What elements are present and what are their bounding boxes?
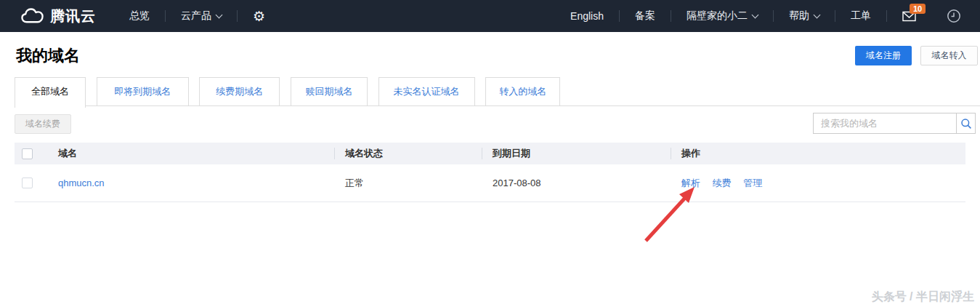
nav-account-menu[interactable]: 隔壁家的小二 <box>687 9 758 23</box>
table-row: qhmucn.cn 正常 2017-08-08 解析 续费 管理 <box>15 164 965 202</box>
nav-cloud-products-label: 云产品 <box>181 9 211 23</box>
history-button[interactable] <box>947 9 961 23</box>
nav-divider <box>835 10 835 22</box>
nav-divider <box>773 10 774 22</box>
nav-divider <box>237 10 238 22</box>
message-count-badge: 10 <box>910 4 926 14</box>
clock-icon <box>947 9 961 23</box>
tab-redemption-period-domains[interactable]: 赎回期域名 <box>291 77 368 106</box>
column-header-actions: 操作 <box>671 147 965 160</box>
tab-expiring-domains[interactable]: 即将到期域名 <box>97 77 189 106</box>
tab-unverified-domains[interactable]: 未实名认证域名 <box>378 77 475 106</box>
column-header-expiry: 到期日期 <box>482 147 671 160</box>
nav-divider <box>886 10 887 22</box>
chevron-down-icon <box>752 12 759 19</box>
domain-status: 正常 <box>334 177 482 190</box>
tab-transferred-in-domains[interactable]: 转入的域名 <box>485 77 560 106</box>
navbar-right: English 备案 隔壁家的小二 帮助 工单 10 <box>570 9 961 23</box>
page-title: 我的域名 <box>16 45 80 67</box>
toolbar: 域名续费 <box>0 107 980 143</box>
select-all-checkbox[interactable] <box>22 148 33 159</box>
row-actions: 解析 续费 管理 <box>671 177 965 190</box>
messages-button[interactable]: 10 <box>902 11 916 22</box>
row-checkbox[interactable] <box>22 178 33 188</box>
tab-all-domains[interactable]: 全部域名 <box>15 77 86 108</box>
nav-language-english[interactable]: English <box>570 10 604 22</box>
tab-renewal-period-domains[interactable]: 续费期域名 <box>199 77 280 106</box>
nav-overview[interactable]: 总览 <box>129 9 150 23</box>
column-header-domain: 域名 <box>47 147 334 160</box>
nav-beian[interactable]: 备案 <box>635 9 655 23</box>
nav-divider <box>165 10 166 22</box>
search-input[interactable] <box>814 113 956 133</box>
nav-help-menu[interactable]: 帮助 <box>789 9 819 23</box>
nav-divider <box>671 10 671 22</box>
nav-cloud-products[interactable]: 云产品 <box>181 9 222 23</box>
action-manage-link[interactable]: 管理 <box>743 178 762 188</box>
row-checkbox-cell <box>15 178 47 188</box>
chevron-down-icon <box>814 12 821 19</box>
account-name: 隔壁家的小二 <box>687 9 748 23</box>
search-box <box>813 113 976 134</box>
nav-divider <box>619 10 620 22</box>
watermark-text: 头条号 / 半日闲浮生 <box>872 290 974 305</box>
brand-name: 腾讯云 <box>50 7 96 26</box>
nav-help-label: 帮助 <box>789 9 809 23</box>
domain-table: 域名 域名状态 到期日期 操作 qhmucn.cn 正常 2017-08-08 … <box>15 143 965 202</box>
domain-register-button[interactable]: 域名注册 <box>855 46 912 65</box>
domain-renew-button[interactable]: 域名续费 <box>15 114 71 134</box>
top-navbar: 腾讯云 总览 云产品 ⚙ English 备案 隔壁家的小二 帮助 工单 <box>0 0 980 32</box>
tencent-cloud-logo[interactable]: 腾讯云 <box>20 7 96 26</box>
table-header-row: 域名 域名状态 到期日期 操作 <box>15 143 965 164</box>
chevron-down-icon <box>216 12 223 19</box>
search-button[interactable] <box>956 113 975 133</box>
domain-transfer-in-button[interactable]: 域名转入 <box>920 46 978 65</box>
action-resolve-link[interactable]: 解析 <box>681 178 700 188</box>
domain-tabs: 全部域名 即将到期域名 续费期域名 赎回期域名 未实名认证域名 转入的域名 <box>15 77 980 107</box>
domain-expiry-date: 2017-08-08 <box>482 178 671 188</box>
action-renew-link[interactable]: 续费 <box>713 178 732 188</box>
column-header-status: 域名状态 <box>334 147 482 160</box>
magnifier-icon <box>960 118 972 129</box>
nav-ticket[interactable]: 工单 <box>851 9 871 23</box>
gear-icon[interactable]: ⚙ <box>253 9 265 23</box>
cloud-logo-icon <box>20 7 44 25</box>
header-checkbox-cell <box>15 148 47 159</box>
domain-name-link[interactable]: qhmucn.cn <box>58 178 105 188</box>
page-header: 我的域名 域名注册 域名转入 <box>0 32 980 77</box>
